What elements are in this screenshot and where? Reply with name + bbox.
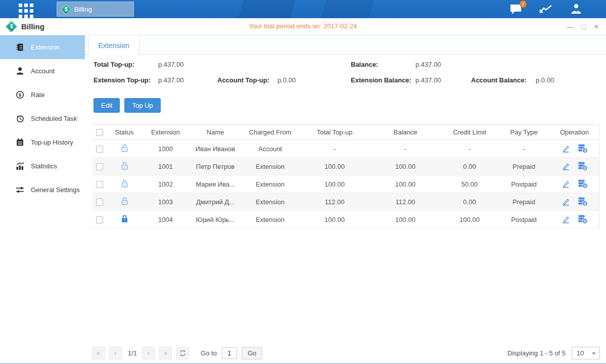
top-up-icon[interactable]: $ (578, 144, 588, 153)
cell-operation: $ (549, 179, 599, 189)
row-checkbox[interactable] (96, 163, 103, 170)
cell-balance: 100.00 (370, 216, 441, 223)
edit-icon[interactable] (562, 145, 570, 153)
cell-charged-from: Extension (241, 216, 299, 223)
cell-total-top-up: - (299, 145, 370, 153)
cell-extension: 1001 (142, 163, 190, 170)
edit-button[interactable]: Edit (94, 98, 120, 113)
minimize-button[interactable]: — (567, 23, 574, 31)
column-header: Charged From (241, 128, 299, 136)
first-page-button[interactable]: « (92, 347, 105, 359)
sidebar-item-account[interactable]: Account (0, 59, 85, 83)
last-page-button[interactable]: » (159, 347, 172, 359)
row-checkbox[interactable] (96, 181, 103, 188)
prev-page-button[interactable]: ‹ (109, 347, 122, 359)
column-header: Operation (549, 128, 599, 136)
sidebar-item-label: Account (31, 67, 55, 75)
cell-name: Юрий Юрь... (190, 216, 241, 223)
top-up-button[interactable]: Top Up (124, 98, 160, 113)
dollar-circle-icon: $ (16, 90, 24, 99)
lock-open-icon[interactable] (120, 197, 129, 206)
tab-bar: Extension (85, 35, 606, 55)
cell-name: Иван Иванов (190, 145, 241, 153)
column-header: Total Top-up (299, 128, 370, 136)
messages-icon[interactable]: ! (509, 3, 523, 15)
row-checkbox[interactable] (96, 216, 103, 223)
top-up-icon[interactable]: $ (578, 197, 588, 206)
column-header: Extension (142, 128, 190, 136)
sidebar-item-rate[interactable]: $Rate (0, 83, 85, 107)
column-header: Balance (370, 128, 441, 136)
sliders-icon (16, 186, 24, 194)
cell-operation: $ (549, 162, 599, 171)
tab-extension[interactable]: Extension (88, 35, 139, 55)
refresh-icon[interactable] (176, 347, 189, 359)
maximize-button[interactable]: □ (582, 23, 586, 31)
sidebar-item-general-settings[interactable]: General Settings (0, 178, 85, 202)
sidebar-item-label: Top-up History (31, 139, 73, 146)
cell-balance: 100.00 (370, 180, 441, 188)
next-page-button[interactable]: › (142, 347, 155, 359)
cell-credit-limit: - (441, 145, 498, 153)
calendar-icon (16, 138, 24, 147)
cell-extension: 1004 (142, 216, 190, 223)
trial-notice: Your trial period ends on: 2017-02-24 (0, 18, 606, 34)
top-up-icon[interactable]: $ (578, 162, 588, 171)
row-checkbox[interactable] (96, 199, 103, 206)
chevron-down-icon (592, 352, 596, 355)
sidebar-item-scheduled-task[interactable]: Scheduled Task (0, 107, 85, 130)
sidebar: ExtensionAccount$RateScheduled TaskTop-u… (0, 35, 85, 363)
edit-icon[interactable] (562, 198, 570, 206)
reports-chart-icon[interactable] (539, 4, 553, 15)
sidebar-item-top-up-history[interactable]: Top-up History (0, 130, 85, 154)
cell-balance: - (370, 145, 441, 153)
table-rows: 1000Иван ИвановAccount----$1001Петр Петр… (92, 140, 599, 229)
cell-operation: $ (549, 144, 599, 153)
column-header: Status (107, 128, 142, 136)
extension-table: StatusExtensionNameCharged FromTotal Top… (92, 124, 599, 229)
table-row: 1000Иван ИвановAccount----$ (92, 140, 599, 158)
app-grid-icon[interactable] (19, 4, 33, 18)
table-row: 1003Дмитрий Д...Extension112.00112.000.0… (92, 193, 599, 211)
edit-icon[interactable] (562, 215, 570, 223)
column-header: Name (190, 128, 241, 136)
select-all-checkbox[interactable] (96, 129, 103, 136)
cell-name: Петр Петров (190, 163, 241, 170)
user-account-icon[interactable] (570, 3, 583, 15)
taskbar-billing-button[interactable]: $ Billing (57, 2, 134, 17)
column-header: Credit Limit (441, 128, 498, 136)
summary-extension-balance: Extension Balance: p.437.00 (351, 76, 441, 85)
table-row: 1001Петр ПетровExtension100.00100.000.00… (92, 158, 599, 175)
cell-total-top-up: 100.00 (299, 180, 370, 188)
topbar: $ Billing ! (0, 0, 606, 18)
cell-extension: 1000 (142, 145, 190, 153)
lock-open-icon[interactable] (120, 144, 129, 153)
close-button[interactable]: × (594, 22, 599, 32)
lock-open-icon[interactable] (120, 161, 129, 170)
top-up-icon[interactable]: $ (578, 215, 588, 224)
edit-icon[interactable] (562, 162, 570, 170)
goto-page-input[interactable] (222, 347, 237, 359)
sidebar-item-extension[interactable]: Extension (0, 35, 85, 59)
row-checkbox[interactable] (96, 146, 103, 153)
lock-closed-icon[interactable] (120, 214, 129, 223)
table-header: StatusExtensionNameCharged FromTotal Top… (92, 124, 599, 140)
cell-extension: 1002 (142, 180, 190, 188)
go-button[interactable]: Go (242, 347, 262, 359)
cell-charged-from: Extension (241, 198, 299, 206)
cell-pay-type: Prepaid (498, 163, 549, 170)
top-up-icon[interactable]: $ (578, 179, 588, 189)
summary-account-balance: Account Balance: p.0.00 (471, 76, 554, 85)
sidebar-item-label: General Settings (31, 186, 80, 194)
sidebar-item-statistics[interactable]: Statistics (0, 154, 85, 178)
window-titlebar: $ Billing Your trial period ends on: 201… (0, 18, 606, 35)
cell-charged-from: Extension (241, 180, 299, 188)
edit-icon[interactable] (562, 180, 570, 188)
lock-open-icon[interactable] (120, 179, 129, 188)
cell-credit-limit: 0.00 (441, 163, 498, 170)
sidebar-item-label: Rate (31, 91, 44, 99)
summary-total-top-up: Total Top-up: p.437.00 (94, 60, 184, 69)
bar-chart-icon (16, 162, 24, 170)
page-size-select[interactable]: 10 (572, 347, 600, 359)
cell-credit-limit: 0.00 (441, 198, 498, 206)
